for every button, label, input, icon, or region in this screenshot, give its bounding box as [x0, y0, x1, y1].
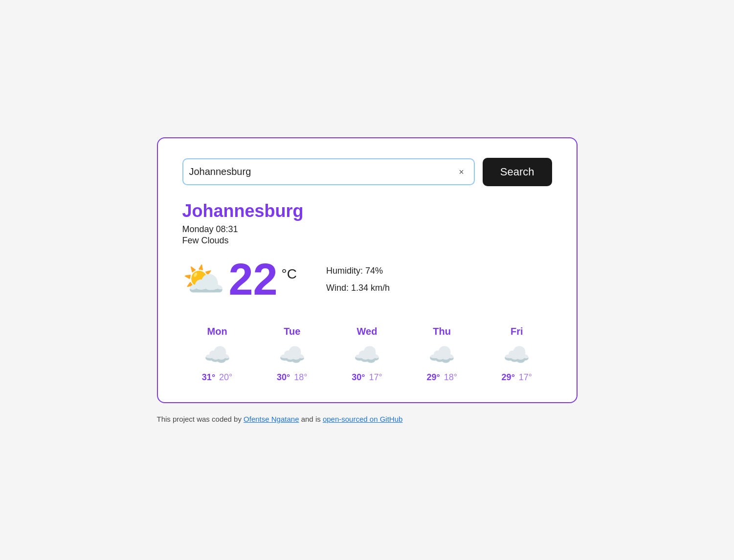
forecast-icon-thu: ☁️: [428, 342, 455, 367]
search-input[interactable]: [189, 159, 455, 184]
forecast-day-name-mon: Mon: [207, 326, 227, 337]
temperature-section: ⛅ 22 °C: [182, 258, 297, 302]
forecast-temps-wed: 30° 17°: [352, 372, 382, 383]
forecast-day-name-fri: Fri: [511, 326, 523, 337]
low-tue: 18°: [294, 372, 307, 383]
search-row: × Search: [182, 158, 552, 186]
forecast-icon-wed: ☁️: [354, 342, 380, 367]
forecast-day-name-wed: Wed: [357, 326, 378, 337]
high-thu: 29°: [426, 372, 440, 383]
footer-text-middle: and is: [301, 415, 323, 423]
forecast-day-tue: Tue ☁️ 30° 18°: [277, 326, 307, 383]
forecast-day-name-thu: Thu: [433, 326, 451, 337]
low-fri: 17°: [519, 372, 532, 383]
forecast-day-thu: Thu ☁️ 29° 18°: [426, 326, 457, 383]
forecast-day-wed: Wed ☁️ 30° 17°: [352, 326, 382, 383]
low-mon: 20°: [219, 372, 232, 383]
high-wed: 30°: [352, 372, 365, 383]
humidity: Humidity: 74%: [326, 262, 390, 279]
forecast-temps-tue: 30° 18°: [277, 372, 307, 383]
weather-details: Humidity: 74% Wind: 1.34 km/h: [326, 262, 390, 296]
forecast-icon-fri: ☁️: [503, 342, 530, 367]
weather-app: × Search Johannesburg Monday 08:31 Few C…: [157, 137, 578, 403]
wind: Wind: 1.34 km/h: [326, 280, 390, 296]
footer-text-before: This project was coded by: [157, 415, 244, 423]
forecast-day-mon: Mon ☁️ 31° 20°: [202, 326, 232, 383]
clear-button[interactable]: ×: [455, 166, 468, 178]
forecast-row: Mon ☁️ 31° 20° Tue ☁️ 30° 18° Wed ☁️ 30°…: [182, 326, 552, 383]
high-tue: 30°: [277, 372, 290, 383]
current-weather: ⛅ 22 °C Humidity: 74% Wind: 1.34 km/h: [182, 258, 552, 302]
city-name: Johannesburg: [182, 201, 552, 221]
low-wed: 17°: [369, 372, 382, 383]
current-weather-icon: ⛅: [182, 262, 225, 297]
high-mon: 31°: [202, 372, 215, 383]
footer: This project was coded by Ofentse Ngatan…: [157, 415, 578, 423]
weather-condition: Few Clouds: [182, 236, 552, 246]
high-fri: 29°: [502, 372, 515, 383]
search-input-wrapper: ×: [182, 158, 475, 185]
github-link[interactable]: open-sourced on GitHub: [323, 415, 402, 423]
forecast-temps-thu: 29° 18°: [426, 372, 457, 383]
forecast-day-name-tue: Tue: [284, 326, 300, 337]
current-temperature: 22: [229, 258, 278, 302]
forecast-icon-mon: ☁️: [204, 342, 231, 367]
forecast-day-fri: Fri ☁️ 29° 17°: [502, 326, 532, 383]
forecast-temps-fri: 29° 17°: [502, 372, 532, 383]
date-time: Monday 08:31: [182, 224, 552, 235]
search-button[interactable]: Search: [483, 158, 552, 186]
low-thu: 18°: [444, 372, 457, 383]
forecast-temps-mon: 31° 20°: [202, 372, 232, 383]
temperature-unit: °C: [282, 266, 297, 282]
author-link[interactable]: Ofentse Ngatane: [244, 415, 299, 423]
forecast-icon-tue: ☁️: [279, 342, 306, 367]
